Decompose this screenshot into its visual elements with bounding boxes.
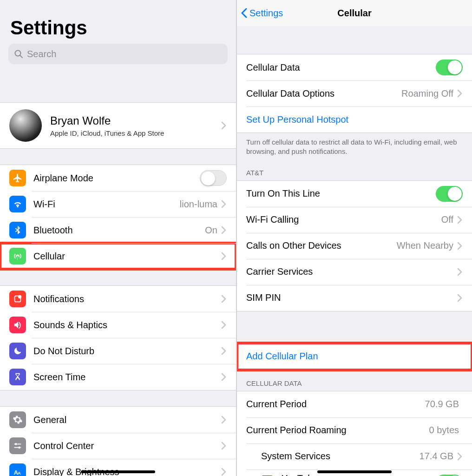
turn-on-line-row[interactable]: Turn On This Line: [237, 181, 472, 207]
notifications-row[interactable]: Notifications: [0, 286, 236, 312]
sim-pin-label: SIM PIN: [246, 292, 457, 303]
airplane-icon: [9, 170, 26, 186]
sounds-row[interactable]: Sounds & Haptics: [0, 312, 236, 338]
current-period-label: Current Period: [246, 399, 425, 410]
chevron-right-icon: [457, 216, 463, 224]
chevron-right-icon: [221, 200, 227, 208]
bluetooth-row[interactable]: Bluetooth On: [0, 217, 236, 243]
apple-id-row[interactable]: Bryan Wolfe Apple ID, iCloud, iTunes & A…: [0, 103, 236, 148]
carrier-services-label: Carrier Services: [246, 266, 457, 277]
connectivity-group: Airplane Mode Wi-Fi lion-luma Bluetooth …: [0, 165, 236, 270]
bluetooth-detail: On: [205, 225, 217, 236]
display-row[interactable]: AA Display & Brightness: [0, 459, 236, 476]
svg-line-1: [20, 56, 23, 58]
chevron-right-icon: [457, 89, 463, 98]
roaming-row[interactable]: Current Period Roaming 0 bytes: [237, 417, 472, 443]
bluetooth-label: Bluetooth: [33, 225, 205, 236]
cellular-data-group: Cellular Data Cellular Data Options Roam…: [237, 54, 472, 133]
notifications-label: Notifications: [33, 294, 221, 304]
usage-group: Current Period 70.9 GB Current Period Ro…: [237, 391, 472, 476]
notifications-icon: [9, 291, 26, 307]
chevron-right-icon: [457, 242, 463, 250]
wifi-row[interactable]: Wi-Fi lion-luma: [0, 191, 236, 217]
system-services-row[interactable]: System Services 17.4 GB: [237, 443, 472, 469]
cellular-data-row[interactable]: Cellular Data: [237, 54, 472, 80]
turn-on-line-label: Turn On This Line: [246, 188, 436, 199]
bluetooth-icon: [9, 222, 26, 238]
svg-rect-9: [20, 447, 21, 448]
chevron-right-icon: [457, 452, 463, 461]
back-button[interactable]: Settings: [241, 8, 283, 19]
chevron-right-icon: [221, 226, 227, 234]
roaming-label: Current Period Roaming: [246, 425, 429, 436]
airplane-mode-row[interactable]: Airplane Mode: [0, 165, 236, 191]
search-icon: [14, 49, 23, 59]
hotspot-row[interactable]: Set Up Personal Hotspot: [237, 106, 472, 132]
current-period-value: 70.9 GB: [425, 399, 459, 410]
airplane-label: Airplane Mode: [33, 173, 200, 184]
youtube-switch[interactable]: [436, 475, 463, 476]
youtube-label: YouTube: [282, 473, 436, 476]
profile-name: Bryan Wolfe: [50, 114, 221, 127]
svg-point-0: [15, 51, 21, 56]
chevron-right-icon: [221, 468, 227, 476]
chevron-right-icon: [221, 442, 227, 450]
nav-title: Cellular: [337, 8, 371, 19]
back-label: Settings: [249, 8, 283, 19]
search-placeholder: Search: [27, 49, 56, 60]
text-size-icon: AA: [9, 463, 26, 476]
search-container: Search: [0, 44, 236, 71]
settings-pane: Settings Search Bryan Wolfe Apple ID, iC…: [0, 0, 236, 476]
nav-bar: Settings Cellular: [237, 0, 472, 26]
general-row[interactable]: General: [0, 407, 236, 433]
roaming-value: 0 bytes: [429, 425, 459, 436]
wifi-label: Wi-Fi: [33, 199, 180, 210]
control-center-row[interactable]: Control Center: [0, 433, 236, 459]
calls-other-devices-detail: When Nearby: [397, 240, 453, 251]
svg-rect-6: [14, 443, 15, 444]
hourglass-icon: [9, 369, 26, 385]
turn-on-line-switch[interactable]: [436, 186, 463, 202]
gear-icon: [9, 411, 26, 428]
cellular-data-switch[interactable]: [436, 60, 463, 75]
svg-text:A: A: [18, 471, 21, 476]
home-indicator[interactable]: [81, 470, 155, 473]
cellular-data-header: CELLULAR DATA: [237, 370, 472, 391]
chevron-right-icon: [221, 121, 227, 130]
chevron-right-icon: [457, 294, 463, 302]
cellular-row[interactable]: Cellular: [0, 243, 236, 269]
add-cellular-plan-row[interactable]: Add Cellular Plan: [237, 344, 472, 370]
add-plan-group: Add Cellular Plan: [237, 343, 472, 370]
screentime-row[interactable]: Screen Time: [0, 364, 236, 390]
att-header: AT&T: [237, 159, 472, 180]
chevron-right-icon: [221, 295, 227, 303]
carrier-services-row[interactable]: Carrier Services: [237, 259, 472, 285]
airplane-switch[interactable]: [200, 170, 227, 186]
search-input[interactable]: Search: [8, 44, 228, 64]
wifi-detail: lion-luma: [180, 199, 217, 210]
home-indicator[interactable]: [317, 470, 392, 473]
cellular-data-label: Cellular Data: [246, 62, 436, 73]
chevron-right-icon: [221, 347, 227, 355]
calls-other-devices-row[interactable]: Calls on Other Devices When Nearby: [237, 233, 472, 259]
sim-pin-row[interactable]: SIM PIN: [237, 285, 472, 311]
chevron-right-icon: [221, 321, 227, 329]
svg-rect-5: [17, 443, 21, 444]
cellular-options-detail: Roaming Off: [401, 88, 453, 99]
wifi-calling-detail: Off: [441, 214, 453, 225]
page-title: Settings: [0, 0, 236, 44]
wifi-calling-row[interactable]: Wi-Fi Calling Off: [237, 207, 472, 233]
control-center-label: Control Center: [33, 441, 221, 451]
current-period-row[interactable]: Current Period 70.9 GB: [237, 391, 472, 417]
general-label: General: [33, 415, 221, 425]
dnd-row[interactable]: Do Not Disturb: [0, 338, 236, 364]
cellular-options-row[interactable]: Cellular Data Options Roaming Off: [237, 80, 472, 106]
screentime-label: Screen Time: [33, 372, 221, 383]
cellular-icon: [9, 248, 26, 264]
wifi-calling-label: Wi-Fi Calling: [246, 214, 441, 225]
system-services-label: System Services: [246, 451, 420, 462]
chevron-left-icon: [241, 8, 248, 18]
sliders-icon: [9, 437, 26, 454]
svg-point-3: [18, 295, 21, 298]
svg-point-7: [18, 446, 20, 449]
